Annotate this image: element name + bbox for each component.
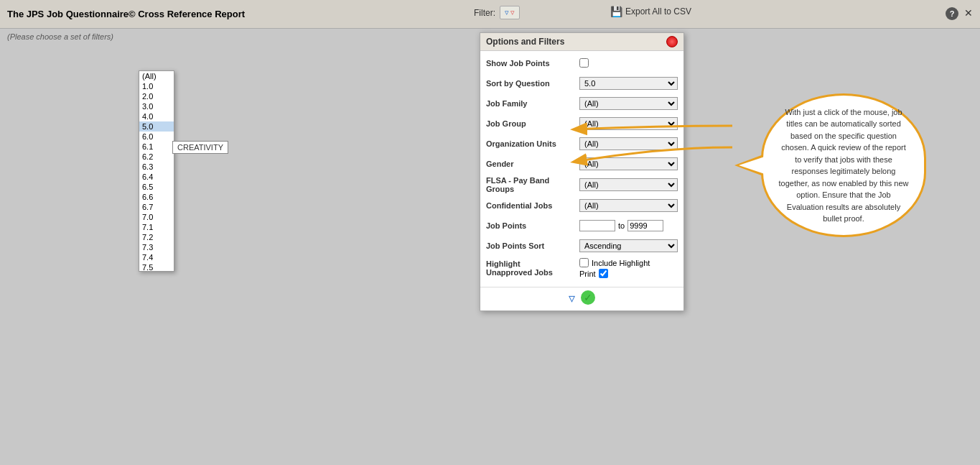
job-points-sort-row: Job Points Sort Ascending Descending bbox=[486, 238, 678, 254]
dialog-body: Show Job Points Sort by Question (All) 1… bbox=[480, 51, 683, 287]
dropdown-item-61[interactable]: 6.1 bbox=[139, 142, 174, 152]
speech-bubble: With just a click of the mouse, job titl… bbox=[761, 93, 926, 237]
dropdown-item-73[interactable]: 7.3 bbox=[139, 242, 174, 252]
export-icon: 💾 bbox=[610, 6, 622, 17]
job-family-select[interactable]: (All) bbox=[579, 97, 678, 110]
show-points-label: Show Job Points bbox=[486, 59, 579, 68]
confidential-row: Confidential Jobs (All) bbox=[486, 198, 678, 213]
filter-button[interactable]: ▿ ▿ bbox=[500, 6, 520, 19]
org-units-control: (All) bbox=[579, 137, 678, 150]
dropdown-item-67[interactable]: 6.7 bbox=[139, 202, 174, 212]
flsa-row: FLSA - Pay Band Groups (All) bbox=[486, 176, 678, 193]
job-points-label: Job Points bbox=[486, 221, 579, 230]
job-family-row: Job Family (All) bbox=[486, 96, 678, 111]
range-to-label: to bbox=[618, 221, 625, 230]
dropdown-item-75[interactable]: 7.5 bbox=[139, 262, 174, 272]
dropdown-item-20[interactable]: 2.0 bbox=[139, 91, 174, 101]
sort-question-row: Sort by Question (All) 1.0 2.0 3.0 4.0 5… bbox=[486, 75, 678, 91]
highlight-label: Highlight bbox=[486, 259, 521, 268]
highlight-control: Include Highlight Print bbox=[579, 258, 678, 278]
job-points-from-input[interactable] bbox=[579, 220, 615, 231]
print-item: Print bbox=[579, 269, 678, 278]
filter-clear-icon: ▿ bbox=[510, 8, 515, 17]
dropdown-item-30[interactable]: 3.0 bbox=[139, 101, 174, 111]
dropdown-item-72[interactable]: 7.2 bbox=[139, 232, 174, 242]
filter-label: Filter: bbox=[474, 8, 495, 18]
filter-area: Filter: ▿ ▿ bbox=[474, 6, 520, 19]
job-points-to-input[interactable] bbox=[627, 220, 663, 231]
gender-control: (All) bbox=[579, 157, 678, 170]
flsa-select[interactable]: (All) bbox=[579, 178, 678, 191]
job-group-row: Job Group (All) bbox=[486, 116, 678, 132]
gender-label: Gender bbox=[486, 160, 579, 168]
dropdown-item-50[interactable]: 5.0 bbox=[139, 121, 174, 132]
org-units-select[interactable]: (All) bbox=[579, 137, 678, 150]
show-points-control bbox=[579, 58, 678, 69]
show-points-checkbox[interactable] bbox=[579, 58, 589, 68]
show-points-row: Show Job Points bbox=[486, 55, 678, 71]
job-family-label: Job Family bbox=[486, 99, 579, 108]
job-family-control: (All) bbox=[579, 97, 678, 110]
creativity-label: CREATIVITY bbox=[177, 143, 223, 152]
dropdown-item-65[interactable]: 6.5 bbox=[139, 182, 174, 192]
close-button[interactable]: ✕ bbox=[964, 7, 973, 19]
filter-apply-icon[interactable]: ▿ bbox=[569, 290, 575, 306]
gender-row: Gender (All) bbox=[486, 156, 678, 172]
highlight-checkbox-group: Include Highlight Print bbox=[579, 258, 678, 278]
dropdown-item-70[interactable]: 7.0 bbox=[139, 212, 174, 222]
page-title: The JPS Job Questionnaire© Cross Referen… bbox=[7, 9, 245, 19]
include-highlight-checkbox[interactable] bbox=[579, 258, 589, 267]
org-units-row: Organization Units (All) bbox=[486, 136, 678, 152]
job-group-select[interactable]: (All) bbox=[579, 117, 678, 130]
dropdown-item-71[interactable]: 7.1 bbox=[139, 222, 174, 232]
dialog-title: Options and Filters bbox=[486, 37, 564, 47]
dropdown-item-60[interactable]: 6.0 bbox=[139, 132, 174, 142]
include-highlight-item: Include Highlight bbox=[579, 258, 678, 267]
filter-icon: ▿ bbox=[505, 8, 509, 17]
confidential-label: Confidential Jobs bbox=[486, 201, 579, 210]
dropdown-item-62[interactable]: 6.2 bbox=[139, 152, 174, 162]
unapproved-label: Unapproved Jobs bbox=[486, 268, 553, 277]
dropdown-item-74[interactable]: 7.4 bbox=[139, 252, 174, 262]
flsa-control: (All) bbox=[579, 178, 678, 191]
dropdown-item-all[interactable]: (All) bbox=[139, 71, 174, 81]
bubble-text: With just a click of the mouse, job titl… bbox=[778, 106, 910, 225]
filter-ok-icon[interactable]: ✓ bbox=[581, 290, 595, 305]
sort-dropdown-list: (All) 1.0 2.0 3.0 4.0 5.0 6.0 6.1 6.2 6.… bbox=[139, 70, 174, 272]
dialog-header: Options and Filters bbox=[480, 33, 683, 51]
job-group-control: (All) bbox=[579, 117, 678, 130]
dropdown-item-66[interactable]: 6.6 bbox=[139, 192, 174, 202]
export-label: Export All to CSV bbox=[625, 6, 691, 17]
job-group-label: Job Group bbox=[486, 119, 579, 128]
help-icon[interactable]: ? bbox=[946, 7, 958, 20]
dropdown-item-64[interactable]: 6.4 bbox=[139, 172, 174, 182]
highlight-row: Highlight Unapproved Jobs Include Highli… bbox=[486, 258, 678, 278]
sort-question-select[interactable]: (All) 1.0 2.0 3.0 4.0 5.0 6.0 6.1 bbox=[579, 77, 678, 90]
job-points-sort-control: Ascending Descending bbox=[579, 239, 678, 252]
dropdown-item-40[interactable]: 4.0 bbox=[139, 111, 174, 121]
creativity-tooltip: CREATIVITY bbox=[172, 141, 228, 154]
job-points-row: Job Points to bbox=[486, 218, 678, 234]
page-subtitle: (Please choose a set of filters) bbox=[7, 32, 113, 41]
flsa-label: FLSA - Pay Band Groups bbox=[486, 176, 579, 193]
include-highlight-label: Include Highlight bbox=[592, 259, 650, 267]
confidential-control: (All) bbox=[579, 199, 678, 212]
options-filters-dialog: Options and Filters Show Job Points Sort… bbox=[480, 32, 684, 311]
print-checkbox[interactable] bbox=[599, 269, 608, 278]
dialog-footer: ▿ ✓ bbox=[480, 287, 683, 310]
dialog-close-button[interactable] bbox=[666, 36, 678, 47]
confidential-select[interactable]: (All) bbox=[579, 199, 678, 212]
export-button[interactable]: 💾 Export All to CSV bbox=[610, 6, 691, 17]
dropdown-item-63[interactable]: 6.3 bbox=[139, 162, 174, 172]
gender-select[interactable]: (All) bbox=[579, 157, 678, 170]
highlight-unapproved-label: Highlight Unapproved Jobs bbox=[486, 258, 579, 277]
job-points-control: to bbox=[579, 220, 678, 231]
job-points-sort-select[interactable]: Ascending Descending bbox=[579, 239, 678, 252]
print-label: Print bbox=[579, 270, 596, 278]
sort-question-control: (All) 1.0 2.0 3.0 4.0 5.0 6.0 6.1 bbox=[579, 77, 678, 90]
org-units-label: Organization Units bbox=[486, 139, 579, 148]
dropdown-item-10[interactable]: 1.0 bbox=[139, 81, 174, 91]
sort-question-label: Sort by Question bbox=[486, 79, 579, 88]
job-points-sort-label: Job Points Sort bbox=[486, 241, 579, 250]
